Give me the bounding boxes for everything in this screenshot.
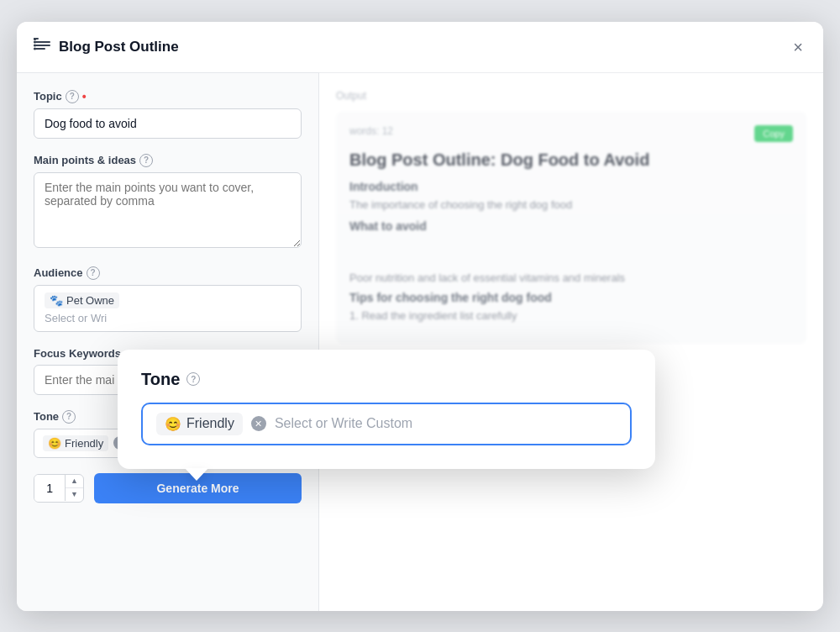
svg-point-7 <box>34 45 36 47</box>
audience-tag: 🐾 Pet Owne <box>45 292 119 308</box>
count-value: 1 <box>34 475 65 502</box>
modal-header: Blog Post Outline × <box>17 22 823 73</box>
topic-field-group: Topic ? • <box>34 90 302 139</box>
required-indicator: • <box>82 90 87 103</box>
left-panel: Topic ? • Main points & ideas ? Audience… <box>17 73 319 611</box>
output-title: Blog Post Outline: Dog Food to Avoid <box>349 150 793 170</box>
section1-text: The importance of choosing the right dog… <box>349 198 793 211</box>
right-panel: Output words: 12 Copy Blog Post Outline:… <box>319 73 823 611</box>
main-points-label: Main points & ideas ? <box>34 154 302 167</box>
modal: Blog Post Outline × Topic ? • Main point… <box>17 22 823 611</box>
friendly-tag-bg: 😊 Friendly <box>43 435 108 451</box>
audience-select[interactable]: 🐾 Pet Owne Select or Wri <box>34 285 302 332</box>
audience-placeholder: Select or Wri <box>45 312 291 324</box>
section4-text: 1. Read the ingredient list carefully <box>349 309 793 322</box>
main-points-textarea[interactable] <box>34 172 302 248</box>
spinner-down[interactable]: ▼ <box>66 488 83 501</box>
modal-body: Topic ? • Main points & ideas ? Audience… <box>17 73 823 611</box>
main-points-field-group: Main points & ideas ? <box>34 154 302 251</box>
svg-point-6 <box>34 41 36 44</box>
tone-popup-placeholder: Select or Write Custom <box>275 416 617 431</box>
topic-help-icon[interactable]: ? <box>66 90 79 103</box>
copy-button[interactable]: Copy <box>754 125 793 142</box>
output-label: Output <box>336 90 806 102</box>
tone-popup-friendly-tag: 😊 Friendly <box>156 413 243 435</box>
topic-label: Topic ? • <box>34 90 302 103</box>
section2-title: What to avoid <box>349 219 793 233</box>
section3-text: Poor nutrition and lack of essential vit… <box>349 271 793 284</box>
spinner-up[interactable]: ▲ <box>66 475 83 488</box>
audience-label: Audience ? <box>34 266 302 280</box>
tone-popup: Tone ? 😊 Friendly ✕ Select or Write Cust… <box>118 350 655 469</box>
tone-popup-title: Tone <box>141 370 180 389</box>
count-spinner[interactable]: 1 ▲ ▼ <box>34 474 84 503</box>
spinner-arrows: ▲ ▼ <box>65 475 83 501</box>
tone-popup-help-icon[interactable]: ? <box>186 372 200 386</box>
output-card: words: 12 Copy Blog Post Outline: Dog Fo… <box>336 112 806 344</box>
bottom-row: 1 ▲ ▼ Generate More <box>34 473 302 503</box>
section1-title: Introduction <box>349 180 793 193</box>
list-icon <box>34 38 50 55</box>
close-button[interactable]: × <box>790 35 806 59</box>
audience-help-icon[interactable]: ? <box>87 266 100 280</box>
tone-help-icon-bg[interactable]: ? <box>62 410 76 424</box>
main-points-help-icon[interactable]: ? <box>139 154 153 167</box>
topic-input[interactable] <box>34 108 302 139</box>
card-meta: words: 12 <box>349 125 393 137</box>
tone-popup-input[interactable]: 😊 Friendly ✕ Select or Write Custom <box>141 403 632 445</box>
output-card-header: words: 12 Copy <box>349 125 793 142</box>
tone-popup-remove[interactable]: ✕ <box>251 416 266 431</box>
audience-field-group: Audience ? 🐾 Pet Owne Select or Wri <box>34 266 302 332</box>
modal-title: Blog Post Outline <box>59 39 790 55</box>
section4-title: Tips for choosing the right dog food <box>349 291 793 304</box>
tone-popup-header: Tone ? <box>141 370 632 389</box>
svg-point-8 <box>34 48 36 50</box>
